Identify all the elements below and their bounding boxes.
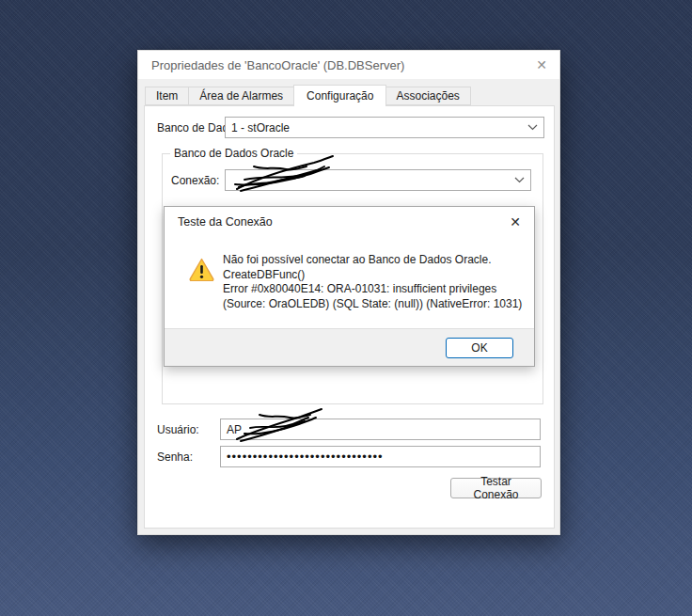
warning-triangle-icon [189,258,214,281]
properties-dialog: Propriedades de 'BancoOracle' (DB.DBServ… [137,50,560,535]
tab-item[interactable]: Item [145,87,189,105]
oracle-groupbox-title: Banco de Dados Oracle [170,147,297,160]
close-icon[interactable]: ✕ [536,58,547,71]
password-masked-value: •••••••••••••••••••••••••••••• [227,452,384,462]
error-message: Não foi possível conectar ao Banco de Da… [223,253,525,311]
error-line-1: Não foi possível conectar ao Banco de Da… [223,253,525,268]
dialog-title: Propriedades de 'BancoOracle' (DB.DBServ… [151,58,404,72]
chevron-down-icon [514,177,525,183]
user-input[interactable]: AP [220,419,541,440]
password-input[interactable]: •••••••••••••••••••••••••••••• [220,446,541,467]
connection-combobox[interactable] [225,169,531,191]
connection-label: Conexão: [171,174,219,187]
tab-configuracao[interactable]: Configuração [293,85,386,106]
message-title: Teste da Conexão [178,215,273,229]
error-line-2: CreateDBFunc() [223,268,525,283]
message-content: Não foi possível conectar ao Banco de Da… [165,236,534,328]
database-combobox[interactable]: 1 - stOracle [225,117,544,138]
dialog-titlebar[interactable]: Propriedades de 'BancoOracle' (DB.DBServ… [138,51,559,79]
tab-area-de-alarmes[interactable]: Área de Alarmes [189,87,294,105]
ok-button[interactable]: OK [446,338,513,358]
message-footer: OK [165,328,534,366]
tab-strip: Item Área de Alarmes Configuração Associ… [145,85,471,105]
error-line-3: Error #0x80040E14: ORA-01031: insufficie… [223,282,525,297]
close-icon[interactable]: ✕ [510,215,521,229]
connection-test-dialog: Teste da Conexão ✕ Não foi possível cone… [164,206,535,367]
desktop-background: { "window": { "title": "Propriedades de … [0,0,692,616]
test-connection-button[interactable]: Testar Conexão [450,478,542,498]
user-value-visible: AP [227,423,242,436]
password-label: Senha: [157,450,193,464]
message-titlebar[interactable]: Teste da Conexão ✕ [165,207,534,236]
tab-page-configuracao: Banco de Dados: 1 - stOracle Banco de Da… [144,105,555,529]
database-value: 1 - stOracle [231,121,290,134]
error-line-4: (Source: OraOLEDB) (SQL State: (null)) (… [223,297,525,312]
tab-associacoes[interactable]: Associações [385,87,470,105]
user-label: Usuário: [157,423,199,436]
chevron-down-icon [527,124,538,131]
